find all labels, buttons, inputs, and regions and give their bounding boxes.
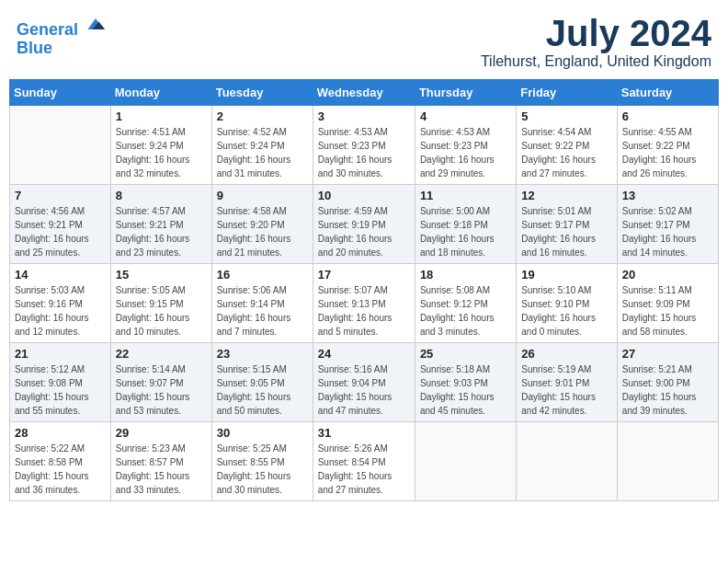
day-info: Sunrise: 5:00 AM Sunset: 9:18 PM Dayligh…: [420, 204, 511, 259]
logo-icon: [85, 13, 107, 35]
calendar-cell: 13Sunrise: 5:02 AM Sunset: 9:17 PM Dayli…: [617, 185, 718, 264]
calendar-cell: 24Sunrise: 5:16 AM Sunset: 9:04 PM Dayli…: [313, 343, 415, 422]
calendar-cell: 28Sunrise: 5:22 AM Sunset: 8:58 PM Dayli…: [10, 422, 111, 501]
weekday-header-thursday: Thursday: [415, 80, 516, 106]
day-info: Sunrise: 5:07 AM Sunset: 9:13 PM Dayligh…: [318, 283, 410, 339]
calendar-cell: 11Sunrise: 5:00 AM Sunset: 9:18 PM Dayli…: [415, 185, 516, 264]
weekday-header-saturday: Saturday: [617, 80, 718, 106]
weekday-header-wednesday: Wednesday: [313, 80, 415, 106]
day-info: Sunrise: 5:01 AM Sunset: 9:17 PM Dayligh…: [521, 204, 611, 259]
calendar-cell: 17Sunrise: 5:07 AM Sunset: 9:13 PM Dayli…: [313, 264, 415, 343]
day-info: Sunrise: 5:08 AM Sunset: 9:12 PM Dayligh…: [420, 283, 511, 339]
logo-blue-text: Blue: [17, 40, 107, 58]
day-info: Sunrise: 4:58 AM Sunset: 9:20 PM Dayligh…: [217, 204, 308, 259]
calendar-cell: 21Sunrise: 5:12 AM Sunset: 9:08 PM Dayli…: [10, 343, 111, 422]
day-number: 3: [318, 109, 410, 123]
day-info: Sunrise: 4:55 AM Sunset: 9:22 PM Dayligh…: [622, 125, 713, 180]
day-number: 23: [217, 347, 308, 361]
weekday-header-row: SundayMondayTuesdayWednesdayThursdayFrid…: [10, 80, 719, 106]
day-number: 10: [318, 189, 410, 202]
logo: General Blue: [17, 13, 107, 58]
weekday-header-friday: Friday: [517, 80, 617, 106]
calendar-cell: 26Sunrise: 5:19 AM Sunset: 9:01 PM Dayli…: [517, 343, 617, 422]
calendar-cell: 18Sunrise: 5:08 AM Sunset: 9:12 PM Dayli…: [415, 264, 516, 343]
day-number: 7: [15, 189, 106, 202]
day-number: 2: [217, 109, 308, 123]
weekday-header-monday: Monday: [110, 80, 211, 106]
day-number: 26: [521, 347, 611, 361]
day-info: Sunrise: 4:57 AM Sunset: 9:21 PM Dayligh…: [116, 204, 207, 259]
calendar-cell: 27Sunrise: 5:21 AM Sunset: 9:00 PM Dayli…: [617, 343, 718, 422]
day-info: Sunrise: 5:23 AM Sunset: 8:57 PM Dayligh…: [116, 442, 207, 497]
calendar-cell: 7Sunrise: 4:56 AM Sunset: 9:21 PM Daylig…: [10, 185, 111, 264]
calendar-cell: 30Sunrise: 5:25 AM Sunset: 8:55 PM Dayli…: [211, 422, 313, 501]
day-number: 18: [420, 268, 511, 282]
day-number: 30: [217, 426, 308, 440]
calendar-cell: 23Sunrise: 5:15 AM Sunset: 9:05 PM Dayli…: [211, 343, 313, 422]
day-info: Sunrise: 4:54 AM Sunset: 9:22 PM Dayligh…: [521, 125, 611, 180]
day-number: 12: [521, 189, 611, 202]
day-info: Sunrise: 5:26 AM Sunset: 8:54 PM Dayligh…: [318, 442, 410, 497]
day-info: Sunrise: 5:25 AM Sunset: 8:55 PM Dayligh…: [217, 442, 308, 497]
day-number: 24: [318, 347, 410, 361]
calendar-cell: 19Sunrise: 5:10 AM Sunset: 9:10 PM Dayli…: [517, 264, 617, 343]
day-number: 1: [116, 109, 207, 123]
calendar-cell: 14Sunrise: 5:03 AM Sunset: 9:16 PM Dayli…: [10, 264, 111, 343]
weekday-header-sunday: Sunday: [10, 80, 111, 106]
day-info: Sunrise: 4:51 AM Sunset: 9:24 PM Dayligh…: [116, 125, 207, 180]
calendar-cell: 16Sunrise: 5:06 AM Sunset: 9:14 PM Dayli…: [211, 264, 313, 343]
day-number: 5: [521, 109, 611, 123]
day-info: Sunrise: 4:53 AM Sunset: 9:23 PM Dayligh…: [318, 125, 410, 180]
weekday-header-tuesday: Tuesday: [211, 80, 313, 106]
calendar-cell: 25Sunrise: 5:18 AM Sunset: 9:03 PM Dayli…: [415, 343, 516, 422]
day-number: 27: [622, 347, 713, 361]
day-info: Sunrise: 5:11 AM Sunset: 9:09 PM Dayligh…: [622, 283, 713, 339]
calendar-cell: 1Sunrise: 4:51 AM Sunset: 9:24 PM Daylig…: [110, 106, 211, 185]
day-number: 16: [217, 268, 308, 282]
calendar-cell: 9Sunrise: 4:58 AM Sunset: 9:20 PM Daylig…: [211, 185, 313, 264]
calendar-cell: 31Sunrise: 5:26 AM Sunset: 8:54 PM Dayli…: [313, 422, 415, 501]
day-number: 8: [116, 189, 207, 202]
day-number: 29: [116, 426, 207, 440]
day-number: 9: [217, 189, 308, 202]
calendar-cell: [517, 422, 617, 501]
calendar-cell: 12Sunrise: 5:01 AM Sunset: 9:17 PM Dayli…: [517, 185, 617, 264]
calendar-cell: 10Sunrise: 4:59 AM Sunset: 9:19 PM Dayli…: [313, 185, 415, 264]
week-row-3: 14Sunrise: 5:03 AM Sunset: 9:16 PM Dayli…: [10, 264, 719, 343]
month-title: July 2024: [481, 13, 711, 53]
day-number: 20: [622, 268, 713, 282]
day-info: Sunrise: 5:14 AM Sunset: 9:07 PM Dayligh…: [116, 362, 207, 418]
day-info: Sunrise: 4:53 AM Sunset: 9:23 PM Dayligh…: [420, 125, 511, 180]
week-row-4: 21Sunrise: 5:12 AM Sunset: 9:08 PM Dayli…: [10, 343, 719, 422]
day-number: 31: [318, 426, 410, 440]
week-row-5: 28Sunrise: 5:22 AM Sunset: 8:58 PM Dayli…: [10, 422, 719, 501]
day-number: 17: [318, 268, 410, 282]
calendar-cell: 8Sunrise: 4:57 AM Sunset: 9:21 PM Daylig…: [110, 185, 211, 264]
calendar-cell: [10, 106, 111, 185]
day-info: Sunrise: 4:59 AM Sunset: 9:19 PM Dayligh…: [318, 204, 410, 259]
calendar-cell: 22Sunrise: 5:14 AM Sunset: 9:07 PM Dayli…: [110, 343, 211, 422]
day-number: 22: [116, 347, 207, 361]
day-number: 4: [420, 109, 511, 123]
day-info: Sunrise: 5:03 AM Sunset: 9:16 PM Dayligh…: [15, 283, 106, 339]
calendar-cell: [415, 422, 516, 501]
header-right: July 2024 Tilehurst, England, United Kin…: [481, 13, 711, 70]
day-number: 6: [622, 109, 713, 123]
day-info: Sunrise: 5:18 AM Sunset: 9:03 PM Dayligh…: [420, 362, 511, 418]
day-number: 19: [521, 268, 611, 282]
calendar-cell: [617, 422, 718, 501]
day-info: Sunrise: 5:16 AM Sunset: 9:04 PM Dayligh…: [318, 362, 410, 418]
day-info: Sunrise: 5:10 AM Sunset: 9:10 PM Dayligh…: [521, 283, 611, 339]
day-info: Sunrise: 5:02 AM Sunset: 9:17 PM Dayligh…: [622, 204, 713, 259]
day-info: Sunrise: 5:06 AM Sunset: 9:14 PM Dayligh…: [217, 283, 308, 339]
week-row-1: 1Sunrise: 4:51 AM Sunset: 9:24 PM Daylig…: [10, 106, 719, 185]
day-info: Sunrise: 5:22 AM Sunset: 8:58 PM Dayligh…: [15, 442, 106, 497]
calendar-cell: 4Sunrise: 4:53 AM Sunset: 9:23 PM Daylig…: [415, 106, 516, 185]
day-number: 11: [420, 189, 511, 202]
logo-text: General: [17, 13, 107, 40]
day-number: 15: [116, 268, 207, 282]
day-number: 25: [420, 347, 511, 361]
day-number: 28: [15, 426, 106, 440]
page-header: General Blue July 2024 Tilehurst, Englan…: [9, 9, 719, 74]
day-info: Sunrise: 4:56 AM Sunset: 9:21 PM Dayligh…: [15, 204, 106, 259]
